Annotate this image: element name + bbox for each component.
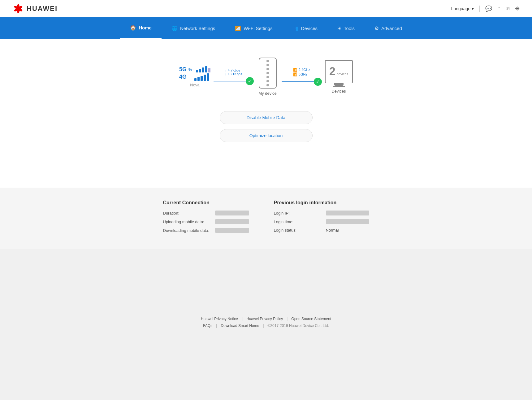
login-time-value	[326, 219, 369, 224]
home-nav-icon: 🏠	[130, 25, 136, 31]
speed-info: ↑ 4.7Kbps ↓ 13.1Kbps	[225, 68, 242, 76]
devices-count: 2	[329, 65, 335, 78]
logo-area: HUAWEI	[12, 4, 58, 13]
router-block: My device	[254, 58, 282, 96]
footer-copyright: ©2017-2019 Huawei Device Co., Ltd.	[268, 324, 329, 328]
right-line-check: ✓	[282, 78, 322, 86]
monitor-icon: 2 devices	[325, 60, 353, 83]
download-value	[215, 228, 249, 233]
login-ip-value	[326, 211, 369, 215]
speed-up: 4.7Kbps	[228, 68, 240, 72]
footer-download-smart-home[interactable]: Download Smart Home	[221, 324, 259, 328]
divider	[479, 6, 480, 12]
4g-row: 4G …	[179, 73, 210, 81]
signal-indicators: 5G %↑ 4G …	[179, 66, 210, 81]
left-check-icon: ✓	[246, 77, 254, 85]
disable-mobile-button[interactable]: Disable Mobile Data	[220, 111, 313, 124]
info-section: Current Connection Duration: Uploading m…	[0, 188, 532, 249]
nav-wifi-settings[interactable]: 📶 Wi-Fi Settings	[225, 17, 282, 39]
speed-down: 13.1Kbps	[228, 72, 242, 76]
login-status-row: Login status: Normal	[274, 228, 369, 233]
footer-privacy-policy[interactable]: Huawei Privacy Policy	[246, 317, 283, 321]
nav-advanced[interactable]: ⚙ Advanced	[365, 17, 412, 39]
tools-nav-icon: ⊞	[337, 25, 341, 31]
4g-bars	[194, 73, 209, 81]
duration-row: Duration:	[163, 211, 249, 215]
network-nav-icon: 🌐	[171, 25, 178, 31]
optimize-location-button[interactable]: Optimize location	[220, 129, 313, 142]
nav-bar: 🏠 Home 🌐 Network Settings 📶 Wi-Fi Settin…	[0, 17, 532, 39]
login-time-row: Login time:	[274, 219, 369, 224]
right-connection: 📶 2.4GHz 📶 5GHz ✓	[282, 68, 322, 86]
footer-privacy-notice[interactable]: Huawei Privacy Notice	[201, 317, 238, 321]
upload-value	[215, 219, 249, 224]
top-bar: HUAWEI Language ▾ 💬 ↑ ⎚ ✳	[0, 0, 532, 17]
left-line-check: ✓	[214, 77, 254, 85]
current-connection-card: Current Connection Duration: Uploading m…	[163, 200, 249, 237]
huawei-logo-icon	[12, 4, 24, 13]
upload-icon[interactable]: ↑	[498, 5, 500, 12]
footer-links-row1: Huawei Privacy Notice | Huawei Privacy P…	[6, 317, 526, 321]
device-label: My device	[258, 91, 277, 96]
advanced-nav-icon: ⚙	[374, 25, 379, 31]
settings-icon[interactable]: ✳	[515, 5, 520, 12]
login-status-label: Login status:	[274, 228, 323, 233]
left-connection: ↑ 4.7Kbps ↓ 13.1Kbps ✓	[214, 68, 254, 85]
wifi-nav-icon: 📶	[235, 25, 241, 31]
duration-value	[215, 211, 249, 215]
login-status-value: Normal	[326, 228, 339, 233]
wifi-bands: 📶 2.4GHz 📶 5GHz	[293, 68, 310, 76]
nav-network-settings[interactable]: 🌐 Network Settings	[162, 17, 225, 39]
main-content: 5G %↑ 4G …	[0, 39, 532, 188]
action-buttons: Disable Mobile Data Optimize location	[220, 111, 313, 142]
footer-links-row2: FAQs | Download Smart Home | ©2017-2019 …	[6, 324, 526, 328]
brand-name: HUAWEI	[27, 5, 58, 13]
devices-word: devices	[337, 72, 348, 76]
nav-devices[interactable]: 👥 Devices	[283, 17, 327, 39]
footer-faqs[interactable]: FAQs	[203, 324, 212, 328]
nav-home[interactable]: 🏠 Home	[120, 17, 162, 39]
devices-label: Devices	[331, 89, 346, 93]
previous-login-title: Previous login information	[274, 200, 369, 206]
nav-tools[interactable]: ⊞ Tools	[327, 17, 365, 39]
signal-label: Nova	[190, 83, 199, 87]
top-right-controls: Language ▾ 💬 ↑ ⎚ ✳	[451, 5, 520, 12]
signal-block: 5G %↑ 4G …	[176, 66, 214, 87]
login-ip-label: Login IP:	[274, 211, 323, 215]
download-row: Downloading mobile data:	[163, 228, 249, 233]
router-icon	[259, 58, 277, 89]
devices-block: 2 devices Devices	[322, 60, 356, 93]
download-label: Downloading mobile data:	[163, 228, 213, 233]
current-connection-title: Current Connection	[163, 200, 249, 206]
upload-label: Uploading mobile data:	[163, 220, 213, 224]
upload-row: Uploading mobile data:	[163, 219, 249, 224]
5g-bars	[196, 66, 210, 72]
spacer	[0, 249, 532, 311]
wifi-24g: 2.4GHz	[299, 68, 310, 72]
chat-icon[interactable]: 💬	[485, 5, 492, 12]
login-ip-row: Login IP:	[274, 211, 369, 215]
wifi-5g: 5GHz	[299, 72, 307, 76]
devices-nav-icon: 👥	[292, 25, 299, 31]
previous-login-card: Previous login information Login IP: Log…	[274, 200, 369, 237]
5g-row: 5G %↑	[179, 66, 210, 73]
login-time-label: Login time:	[274, 220, 323, 224]
language-button[interactable]: Language ▾	[451, 6, 474, 11]
footer-open-source[interactable]: Open Source Statement	[291, 317, 331, 321]
right-check-icon: ✓	[314, 78, 322, 86]
signout-icon[interactable]: ⎚	[506, 5, 509, 12]
network-diagram: 5G %↑ 4G …	[158, 58, 374, 96]
duration-label: Duration:	[163, 211, 213, 215]
footer: Huawei Privacy Notice | Huawei Privacy P…	[0, 311, 532, 333]
